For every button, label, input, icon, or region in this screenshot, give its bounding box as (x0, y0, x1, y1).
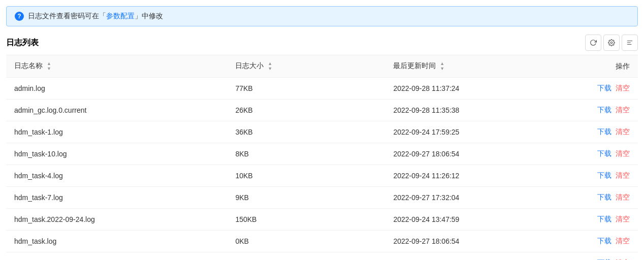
action-buttons: 下载清空 (570, 193, 630, 202)
info-icon: ? (15, 12, 24, 21)
clear-button[interactable]: 清空 (616, 106, 630, 115)
cell-name: hdm_task-1.log (6, 121, 227, 143)
table-row: hdm_task-10.log8KB2022-09-27 18:06:54下载清… (6, 143, 638, 165)
action-buttons: 下载清空 (570, 127, 630, 137)
cell-action: 下载清空 (562, 187, 638, 209)
download-button[interactable]: 下载 (597, 84, 611, 93)
cell-size: 36KB (227, 121, 385, 143)
download-button[interactable]: 下载 (597, 149, 611, 158)
log-table: 日志名称 ▲▼ 日志大小 ▲▼ 最后更新时间 ▲▼ (6, 55, 638, 260)
col-header-time[interactable]: 最后更新时间 ▲▼ (385, 55, 562, 78)
cell-size: 26KB (227, 100, 385, 121)
log-table-container: 日志名称 ▲▼ 日志大小 ▲▼ 最后更新时间 ▲▼ (6, 55, 638, 260)
cell-action: 下载清空 (562, 121, 638, 143)
clear-button[interactable]: 清空 (616, 149, 630, 158)
table-row: hdm_task-7.log9KB2022-09-27 17:32:04下载清空 (6, 187, 638, 209)
cell-time: 2022-09-28 11:35:38 (385, 100, 562, 121)
cell-name: admin_gc.log.0.current (6, 100, 227, 121)
table-row: hdm_task-4.log10KB2022-09-24 11:26:12下载清… (6, 165, 638, 187)
toolbar (585, 35, 638, 51)
svg-point-0 (610, 42, 613, 44)
cell-size: 0KB (227, 231, 385, 252)
banner-text: 日志文件查看密码可在「参数配置」中修改 (28, 12, 163, 21)
cell-name: admin.log (6, 78, 227, 100)
cell-action: 下载清空 (562, 78, 638, 100)
refresh-button[interactable] (585, 35, 601, 51)
download-button[interactable]: 下载 (597, 171, 611, 180)
cell-size: 150KB (227, 209, 385, 231)
action-buttons: 下载清空 (570, 215, 630, 224)
cell-time: 2022-09-28 08:12:40 (385, 252, 562, 261)
cell-action: 下载清空 (562, 231, 638, 252)
download-button[interactable]: 下载 (597, 215, 611, 224)
cell-time: 2022-09-27 18:06:54 (385, 143, 562, 165)
columns-button[interactable] (622, 35, 638, 51)
cell-size: 8KB (227, 143, 385, 165)
cell-name: hdm_task-10.log (6, 143, 227, 165)
cell-size: 77KB (227, 78, 385, 100)
sort-icon-size: ▲▼ (268, 61, 272, 71)
col-header-name[interactable]: 日志名称 ▲▼ (6, 55, 227, 78)
cell-name: hdm_task-4.log (6, 165, 227, 187)
action-buttons: 下载清空 (570, 84, 630, 93)
sort-icon-name: ▲▼ (47, 61, 51, 71)
download-button[interactable]: 下载 (597, 106, 611, 115)
info-banner: ? 日志文件查看密码可在「参数配置」中修改 (6, 6, 638, 26)
clear-button[interactable]: 清空 (616, 127, 630, 137)
cell-size: 10KB (227, 165, 385, 187)
clear-button[interactable]: 清空 (616, 215, 630, 224)
clear-button[interactable]: 清空 (616, 84, 630, 93)
cell-action: 下载清空 (562, 209, 638, 231)
cell-time: 2022-09-24 11:26:12 (385, 165, 562, 187)
cell-action: 下载清空 (562, 100, 638, 121)
cell-name: hdm_task.2022-09-24.log (6, 209, 227, 231)
cell-time: 2022-09-24 13:47:59 (385, 209, 562, 231)
table-row: hdm_task.2022-09-24.log150KB2022-09-24 1… (6, 209, 638, 231)
action-buttons: 下载清空 (570, 149, 630, 158)
table-row: admin_gc.log.0.current26KB2022-09-28 11:… (6, 100, 638, 121)
page-header: 日志列表 (0, 26, 644, 55)
download-button[interactable]: 下载 (597, 237, 611, 246)
col-header-size[interactable]: 日志大小 ▲▼ (227, 55, 385, 78)
table-row: hdm_task.log0KB2022-09-27 18:06:54下载清空 (6, 231, 638, 252)
clear-button[interactable]: 清空 (616, 171, 630, 180)
cell-action: 下载清空 (562, 165, 638, 187)
action-buttons: 下载清空 (570, 171, 630, 180)
cell-action: 下载清空 (562, 143, 638, 165)
clear-button[interactable]: 清空 (616, 237, 630, 246)
action-buttons: 下载清空 (570, 106, 630, 115)
banner-link[interactable]: 参数配置 (106, 12, 135, 20)
cell-name: hdm_task.log (6, 231, 227, 252)
settings-button[interactable] (603, 35, 620, 51)
clear-button[interactable]: 清空 (616, 193, 630, 202)
cell-name: hdm_task_gc.log.0.current (6, 252, 227, 261)
table-header-row: 日志名称 ▲▼ 日志大小 ▲▼ 最后更新时间 ▲▼ (6, 55, 638, 78)
download-button[interactable]: 下载 (597, 193, 611, 202)
cell-action: 下载清空 (562, 252, 638, 261)
cell-time: 2022-09-24 17:59:25 (385, 121, 562, 143)
table-row: hdm_task-1.log36KB2022-09-24 17:59:25下载清… (6, 121, 638, 143)
col-header-action: 操作 (562, 55, 638, 78)
table-row: admin.log77KB2022-09-28 11:37:24下载清空 (6, 78, 638, 100)
sort-icon-time: ▲▼ (440, 61, 444, 71)
cell-time: 2022-09-28 11:37:24 (385, 78, 562, 100)
cell-name: hdm_task-7.log (6, 187, 227, 209)
cell-time: 2022-09-27 18:06:54 (385, 231, 562, 252)
cell-size: 11KB (227, 252, 385, 261)
download-button[interactable]: 下载 (597, 127, 611, 137)
cell-time: 2022-09-27 17:32:04 (385, 187, 562, 209)
table-row: hdm_task_gc.log.0.current11KB2022-09-28 … (6, 252, 638, 261)
page-title: 日志列表 (6, 38, 39, 48)
action-buttons: 下载清空 (570, 237, 630, 246)
cell-size: 9KB (227, 187, 385, 209)
